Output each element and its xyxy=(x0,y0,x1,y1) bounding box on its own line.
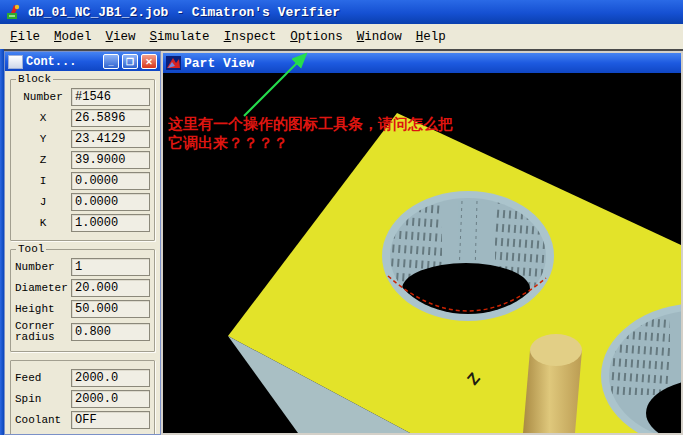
menu-help[interactable]: Help xyxy=(409,27,453,47)
field-label: Feed xyxy=(15,373,71,384)
block-number-field[interactable]: #1546 xyxy=(71,88,150,106)
field-row: Number 1 xyxy=(15,258,150,276)
control-panel-window: Cont... _ ❐ ✕ Block Number #1546 X 26.58… xyxy=(4,51,161,435)
field-row: Height 50.000 xyxy=(15,300,150,318)
block-group-label: Block xyxy=(16,73,53,85)
block-j-field[interactable]: 0.0000 xyxy=(71,193,150,211)
part-view-icon xyxy=(166,56,181,70)
field-row: J 0.0000 xyxy=(15,193,150,211)
field-label: J xyxy=(15,197,71,208)
field-label: I xyxy=(15,176,71,187)
field-label: Number xyxy=(15,262,71,273)
menu-bar: File Model View Simulate Inspect Options… xyxy=(0,24,683,50)
annotation-text: 这里有一个操作的图标工具条，请问怎么把它调出来？？？？ xyxy=(168,114,466,152)
coolant-field[interactable]: OFF xyxy=(71,411,150,429)
tool-corner-radius-field[interactable]: 0.800 xyxy=(71,323,150,341)
field-row: Diameter 20.000 xyxy=(15,279,150,297)
block-z-field[interactable]: 39.9000 xyxy=(71,151,150,169)
menu-file[interactable]: File xyxy=(3,27,47,47)
maximize-button[interactable]: ❐ xyxy=(122,54,138,69)
field-label: X xyxy=(15,113,71,124)
field-label: Corner radius xyxy=(15,321,71,343)
field-label: Coolant xyxy=(15,415,71,426)
field-label: Spin xyxy=(15,394,71,405)
field-row: Z 39.9000 xyxy=(15,151,150,169)
control-panel-sysmenu-icon[interactable] xyxy=(8,55,23,69)
field-label: Number xyxy=(15,92,71,103)
field-label: Diameter xyxy=(15,283,71,294)
field-row: Coolant OFF xyxy=(15,411,150,429)
minimize-button[interactable]: _ xyxy=(103,54,119,69)
field-label: K xyxy=(15,218,71,229)
control-panel-title: Cont... xyxy=(26,55,100,69)
tool-group-label: Tool xyxy=(16,243,46,255)
field-row: Feed 2000.0 xyxy=(15,369,150,387)
control-panel-titlebar[interactable]: Cont... _ ❐ ✕ xyxy=(5,52,160,71)
feed-field[interactable]: 2000.0 xyxy=(71,369,150,387)
field-label: Height xyxy=(15,304,71,315)
field-row: K 1.0000 xyxy=(15,214,150,232)
part-view-titlebar[interactable]: Part View xyxy=(163,53,681,73)
field-row: Spin 2000.0 xyxy=(15,390,150,408)
block-x-field[interactable]: 26.5896 xyxy=(71,109,150,127)
close-button[interactable]: ✕ xyxy=(141,54,157,69)
tool-height-field[interactable]: 50.000 xyxy=(71,300,150,318)
field-label: Z xyxy=(15,155,71,166)
menu-inspect[interactable]: Inspect xyxy=(217,27,284,47)
window-title: db_01_NC_JB1_2.job - Cimatron's Verifier xyxy=(28,5,340,20)
part-view-window: Part View xyxy=(161,51,683,435)
spin-field[interactable]: 2000.0 xyxy=(71,390,150,408)
field-label: Y xyxy=(15,134,71,145)
block-group: Block Number #1546 X 26.5896 Y 23.4129 Z… xyxy=(10,79,155,241)
3d-viewport[interactable]: 这里有一个操作的图标工具条，请问怎么把它调出来？？？？ Z xyxy=(163,73,681,433)
menu-model[interactable]: Model xyxy=(47,27,99,47)
block-k-field[interactable]: 1.0000 xyxy=(71,214,150,232)
field-row: X 26.5896 xyxy=(15,109,150,127)
tool-diameter-field[interactable]: 20.000 xyxy=(71,279,150,297)
field-row: Corner radius 0.800 xyxy=(15,321,150,343)
menu-window[interactable]: Window xyxy=(350,27,409,47)
field-row: I 0.0000 xyxy=(15,172,150,190)
menu-view[interactable]: View xyxy=(99,27,143,47)
block-y-field[interactable]: 23.4129 xyxy=(71,130,150,148)
tool-number-field[interactable]: 1 xyxy=(71,258,150,276)
tool-group: Tool Number 1 Diameter 20.000 Height 50.… xyxy=(10,249,155,352)
menu-simulate[interactable]: Simulate xyxy=(143,27,217,47)
menu-options[interactable]: Options xyxy=(283,27,350,47)
mdi-workspace: Cont... _ ❐ ✕ Block Number #1546 X 26.58… xyxy=(0,49,683,435)
block-i-field[interactable]: 0.0000 xyxy=(71,172,150,190)
main-titlebar[interactable]: db_01_NC_JB1_2.job - Cimatron's Verifier xyxy=(0,0,683,24)
cylinder-boss xyxy=(523,334,582,433)
part-view-title: Part View xyxy=(184,56,254,71)
field-row: Number #1546 xyxy=(15,88,150,106)
app-icon xyxy=(6,4,22,20)
feed-group: Feed 2000.0 Spin 2000.0 Coolant OFF xyxy=(10,360,155,435)
field-row: Y 23.4129 xyxy=(15,130,150,148)
